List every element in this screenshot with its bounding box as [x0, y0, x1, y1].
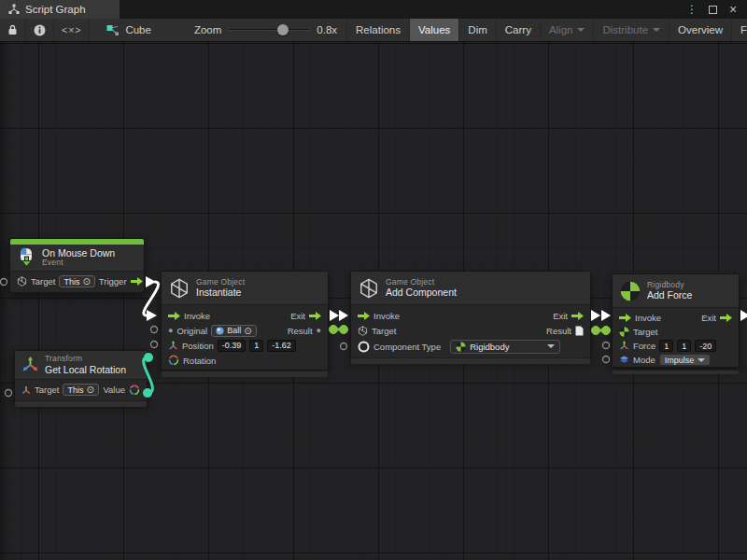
- node-add-force[interactable]: Rigidbody Add Force Invoke Exit: [612, 273, 740, 368]
- port-row-mode: Mode Impulse: [613, 353, 739, 367]
- target-this-chip[interactable]: This ⊙: [63, 384, 98, 396]
- force-y-field[interactable]: 1: [677, 340, 691, 352]
- component-type-dropdown[interactable]: Rigidbody: [450, 340, 560, 354]
- toolbar-button-align[interactable]: Align: [540, 19, 594, 41]
- document-icon: [575, 326, 584, 336]
- chip-value: This: [63, 277, 79, 287]
- force-mode-icon: [619, 355, 629, 365]
- position-y-field[interactable]: 1: [249, 340, 263, 352]
- lock-button[interactable]: [0, 19, 26, 41]
- port-row-invoke-exit: Invoke Exit: [351, 308, 590, 323]
- graph-target-label: Cube: [125, 24, 151, 35]
- node-category: Game Object: [196, 278, 245, 287]
- force-z-field[interactable]: -20: [695, 340, 716, 352]
- rigidbody-icon: [619, 327, 629, 337]
- field-value: 1: [254, 341, 259, 350]
- field-value: 1: [664, 342, 669, 351]
- position-icon: [168, 341, 178, 351]
- target-label: Target: [633, 327, 657, 337]
- script-graph-window: Script Graph ⋮ × <×>: [0, 0, 747, 560]
- position-z-field[interactable]: -1.62: [267, 340, 296, 352]
- code-view-button[interactable]: <×>: [54, 19, 90, 41]
- game-object-icon: [359, 278, 379, 299]
- field-value: 1: [682, 342, 686, 351]
- graph-target-button[interactable]: Cube: [99, 19, 159, 41]
- port-row-invoke-exit: Invoke Exit: [613, 311, 739, 325]
- toolbar-button-dim[interactable]: Dim: [458, 19, 495, 41]
- port-row-force: Force 1 1 -20: [613, 339, 739, 353]
- zoom-slider-track: [229, 29, 309, 31]
- value-label: Value: [103, 385, 125, 395]
- tab-script-graph[interactable]: Script Graph: [0, 0, 120, 19]
- object-picker-icon[interactable]: ⊙: [82, 276, 90, 287]
- port-row-target: Target: [613, 325, 739, 339]
- value-port-icon: ●: [317, 327, 321, 335]
- toolbar-button-values[interactable]: Values: [409, 19, 458, 41]
- position-x-field[interactable]: -0.39: [218, 340, 247, 352]
- node-title: Add Component: [386, 287, 457, 298]
- node-add-component[interactable]: Game Object Add Component Invoke Exit: [350, 271, 591, 358]
- field-value: -20: [699, 342, 712, 351]
- target-this-chip[interactable]: This ⊙: [59, 275, 94, 287]
- toolbar-button-distribute[interactable]: Distribute: [593, 19, 669, 41]
- node-subtitle: Event: [42, 259, 115, 268]
- game-object-icon: [17, 276, 27, 287]
- transform-icon-small: [21, 385, 31, 395]
- transform-icon: [22, 357, 38, 372]
- toolbar-button-full-screen[interactable]: Full Screen: [731, 19, 747, 41]
- force-mode-dropdown[interactable]: Impulse: [659, 354, 712, 366]
- port-row-position: Position -0.39 1 -1.62: [162, 338, 328, 353]
- zoom-value: 0.8x: [317, 24, 337, 35]
- exit-label: Exit: [553, 311, 568, 321]
- force-vector-icon: [619, 341, 629, 351]
- value-port-icon: ●: [168, 327, 173, 335]
- toolbar-button-overview[interactable]: Overview: [669, 19, 731, 41]
- node-category: Rigidbody: [647, 281, 692, 290]
- lock-icon: [7, 24, 18, 35]
- mode-label: Mode: [633, 355, 655, 365]
- code-view-icon: <×>: [62, 24, 81, 35]
- force-x-field[interactable]: 1: [659, 340, 673, 352]
- info-button[interactable]: [26, 19, 54, 41]
- node-on-mouse-down[interactable]: On Mouse Down Event Target This ⊙ Trigge…: [9, 238, 145, 293]
- original-label: Original: [176, 326, 207, 336]
- zoom-slider[interactable]: [229, 24, 309, 35]
- result-label: Result: [288, 326, 313, 336]
- zoom-control: Zoom 0.8x: [185, 19, 346, 41]
- node-instantiate[interactable]: Game Object Instantiate Invoke Exit ●: [161, 271, 329, 371]
- flow-arrow-icon: [358, 312, 370, 320]
- rotation-label: Rotation: [183, 356, 216, 366]
- maximize-icon[interactable]: [704, 1, 721, 18]
- port-row-target-value: Target This ⊙ Value: [15, 383, 147, 398]
- caret-down-icon: [698, 358, 705, 362]
- window-controls: ⋮ ×: [684, 0, 747, 19]
- node-get-local-rotation[interactable]: Transform Get Local Rotation Target This…: [14, 350, 148, 404]
- position-label: Position: [182, 341, 214, 351]
- dropdown-value: Impulse: [665, 356, 695, 365]
- node-title: Get Local Rotation: [45, 364, 126, 375]
- toolbar-button-carry[interactable]: Carry: [496, 19, 540, 41]
- caret-down-icon: [653, 28, 660, 32]
- flow-arrow-icon: [309, 312, 321, 320]
- menu-kebab-icon[interactable]: ⋮: [684, 1, 700, 18]
- flow-arrow-icon: [131, 277, 143, 286]
- result-label: Result: [546, 326, 571, 336]
- caret-down-icon: [577, 28, 585, 32]
- dropdown-value: Rigidbody: [470, 342, 509, 352]
- zoom-slider-handle[interactable]: [277, 24, 289, 35]
- button-label: Overview: [678, 24, 723, 35]
- field-value: -0.39: [222, 341, 242, 350]
- close-icon[interactable]: ×: [725, 1, 741, 18]
- object-picker-icon[interactable]: ⊙: [86, 385, 93, 395]
- button-label: Values: [418, 24, 450, 35]
- flow-arrow-icon: [720, 314, 732, 322]
- graph-toolbar: <×> Cube Zoom 0.8x Relations Values Dim …: [0, 19, 747, 42]
- target-label: Target: [35, 385, 59, 395]
- field-value: -1.62: [272, 341, 291, 350]
- flow-arrow-icon: [168, 312, 180, 320]
- original-object-chip[interactable]: Ball ⊙: [211, 325, 256, 337]
- toolbar-button-relations[interactable]: Relations: [346, 19, 409, 41]
- port-row-target-result: Target Result: [351, 323, 590, 338]
- chip-value: Ball: [227, 326, 241, 335]
- object-picker-icon[interactable]: ⊙: [244, 326, 251, 336]
